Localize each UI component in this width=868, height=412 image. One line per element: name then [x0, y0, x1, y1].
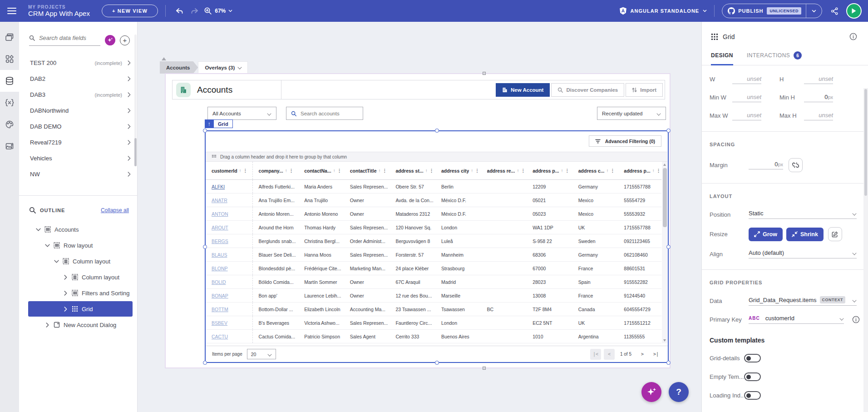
first-page-button[interactable]: |<	[590, 349, 601, 360]
selection-handle[interactable]	[203, 245, 207, 249]
column-header[interactable]: address p...↑⋮	[527, 162, 572, 179]
column-menu-icon[interactable]: ⋮	[383, 168, 387, 173]
data-source-item[interactable]: DAB2	[19, 71, 137, 87]
max-width-field[interactable]: unset	[732, 112, 761, 120]
tab-interactions[interactable]: INTERACTIONS 6	[747, 51, 802, 65]
sort-ascending-icon[interactable]: ↑	[285, 168, 287, 173]
unlink-margins-button[interactable]	[789, 158, 803, 172]
column-header[interactable]: contactTitle↑⋮	[344, 162, 390, 179]
selection-handle[interactable]	[666, 245, 671, 249]
data-source-item[interactable]: DAB3(incomplete)	[19, 87, 137, 103]
column-menu-icon[interactable]: ⋮	[289, 168, 294, 173]
info-icon[interactable]	[849, 33, 857, 40]
table-row[interactable]: BLONPBlondesddsl pè...Frédérique Cite...…	[206, 262, 661, 275]
column-header[interactable]: customerId↑⋮	[206, 162, 253, 179]
column-menu-icon[interactable]: ⋮	[611, 168, 615, 173]
table-row[interactable]: AROUTAround the HornThomas HardySales Re…	[206, 221, 661, 234]
view-resize-handle-bottom[interactable]	[483, 367, 486, 370]
table-row[interactable]: BOTTMBottom-Dollar ...Elizabeth LincolnA…	[206, 303, 661, 316]
customer-id-link[interactable]: BSBEV	[212, 320, 227, 326]
selection-handle[interactable]	[203, 361, 207, 365]
grid-vertical-scrollbar[interactable]	[662, 162, 667, 343]
media-icon[interactable]	[0, 135, 19, 157]
outline-node-row-layout[interactable]: Row layout	[28, 238, 133, 253]
column-menu-icon[interactable]: ⋮	[243, 168, 248, 173]
selection-handle[interactable]	[435, 361, 439, 365]
chevron-right-icon[interactable]	[63, 291, 68, 296]
new-view-button[interactable]: + NEW VIEW	[102, 5, 158, 17]
sort-ascending-icon[interactable]: ↑	[425, 168, 428, 173]
selection-handle[interactable]	[435, 129, 439, 133]
data-source-item[interactable]: Reveal7219	[19, 134, 137, 150]
data-select[interactable]: Grid_Data_Request.items CONTEXT	[749, 296, 857, 306]
undo-icon[interactable]	[175, 6, 184, 15]
position-select[interactable]: Static	[749, 210, 857, 219]
selected-component-chip[interactable]: ↑ Grid	[205, 119, 233, 128]
sort-ascending-icon[interactable]: ↑	[561, 168, 563, 173]
table-row[interactable]: BERGSBerglunds snab...Christina Bergl...…	[206, 234, 661, 248]
chevron-right-icon[interactable]	[44, 323, 50, 328]
canvas-scroll-up-arrow[interactable]	[162, 57, 166, 60]
min-height-field[interactable]: 0px	[804, 94, 833, 102]
data-source-item[interactable]: Vehicles	[19, 150, 137, 166]
tab-accounts[interactable]: Accounts	[160, 61, 198, 74]
views-icon[interactable]	[0, 26, 19, 48]
outline-node-filters-and-sorting[interactable]: Filters and Sorting	[28, 285, 133, 301]
outline-node-accounts[interactable]: Accounts	[28, 222, 133, 237]
sort-ascending-icon[interactable]: ↑	[607, 168, 609, 173]
edit-resize-button[interactable]	[828, 227, 842, 241]
account-filter-select[interactable]: All Accounts	[207, 107, 276, 120]
outline-node-column-layout[interactable]: Column layout	[28, 253, 133, 269]
table-row[interactable]: BONAPBon app'Laurence Lebih...Owner12 ru…	[206, 289, 661, 303]
toggle-switch-off[interactable]	[744, 372, 761, 381]
column-header[interactable]: address p...↑⋮	[618, 162, 661, 179]
group-by-drop-area[interactable]: Drag a column header and drop it here to…	[206, 152, 667, 162]
zoom-control[interactable]: 67%	[204, 7, 232, 15]
selection-handle[interactable]	[666, 361, 671, 365]
chevron-right-icon[interactable]	[63, 275, 68, 280]
column-menu-icon[interactable]: ⋮	[429, 168, 434, 173]
sort-ascending-icon[interactable]: ↑	[333, 168, 335, 173]
column-menu-icon[interactable]: ⋮	[475, 168, 479, 173]
customer-id-link[interactable]: ALFKI	[212, 184, 225, 189]
column-menu-icon[interactable]: ⋮	[521, 168, 525, 173]
shrink-button[interactable]: Shrink	[786, 228, 824, 241]
new-account-button[interactable]: New Account	[496, 83, 550, 97]
search-accounts-field[interactable]	[286, 107, 363, 120]
data-source-item[interactable]: TEST 200(incomplete)	[19, 55, 137, 71]
preview-play-button[interactable]	[846, 3, 862, 19]
hamburger-menu-icon[interactable]	[7, 6, 16, 16]
tab-design[interactable]: DESIGN	[711, 52, 733, 65]
discover-companies-button[interactable]: Discover Companies	[551, 83, 624, 97]
data-source-item[interactable]: DAB DEMO	[19, 119, 137, 134]
properties-panel-scrollbar[interactable]	[863, 88, 868, 412]
table-row[interactable]: ALFKIAlfreds Futterki...Maria AndersSale…	[206, 180, 661, 194]
column-header[interactable]: company...↑⋮	[253, 162, 299, 179]
column-header[interactable]: address c...↑⋮	[572, 162, 618, 179]
advanced-filtering-button[interactable]: Advanced Filtering (0)	[589, 135, 661, 147]
chevron-down-icon[interactable]	[35, 228, 41, 231]
chevron-down-icon[interactable]	[54, 260, 59, 263]
tab-overlays[interactable]: Overlays (3)	[198, 61, 248, 74]
sort-filter-select[interactable]: Recently updated	[597, 107, 666, 120]
column-menu-icon[interactable]: ⋮	[565, 168, 570, 173]
toggle-switch-off[interactable]	[744, 354, 761, 362]
add-data-source-button[interactable]: +	[120, 35, 130, 45]
outline-node-column-layout[interactable]: Column layout	[28, 269, 133, 285]
selection-handle[interactable]	[666, 129, 671, 133]
components-icon[interactable]	[0, 48, 19, 70]
publish-options-chevron[interactable]	[806, 10, 822, 13]
margin-field[interactable]: 0px	[749, 161, 783, 169]
grid-component-selection[interactable]: Advanced Filtering (0) Drag a column hea…	[205, 130, 669, 363]
help-fab[interactable]: ?	[669, 382, 689, 402]
table-row[interactable]: ANTONAntonio Moren...Antonio MorenoOwner…	[206, 207, 661, 221]
sort-ascending-icon[interactable]: ↑	[652, 168, 655, 173]
chevron-right-icon[interactable]	[63, 307, 68, 312]
last-page-button[interactable]: >|	[651, 349, 661, 360]
customer-id-link[interactable]: BOTTM	[212, 307, 228, 312]
customer-id-link[interactable]: BLONP	[212, 266, 228, 271]
data-sources-icon[interactable]	[0, 70, 19, 92]
redo-icon[interactable]	[190, 6, 199, 15]
sort-ascending-icon[interactable]: ↑	[471, 168, 473, 173]
sort-ascending-icon[interactable]: ↑	[517, 168, 519, 173]
